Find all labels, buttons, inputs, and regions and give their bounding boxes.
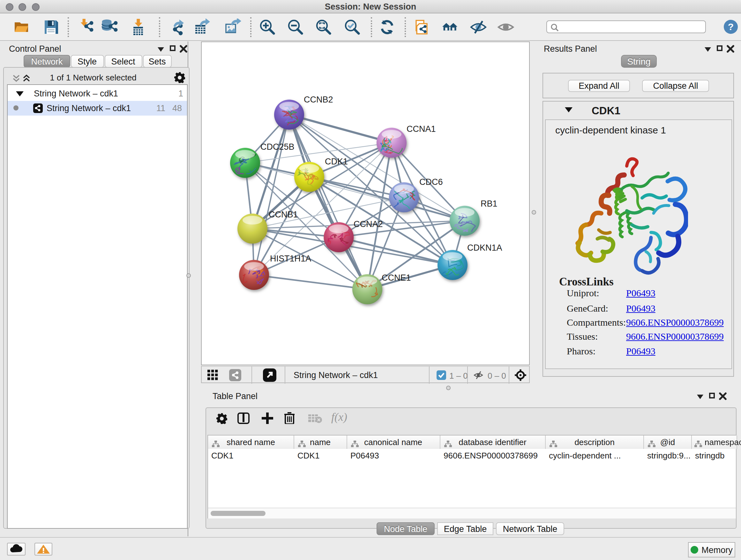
svg-text:HIST1H1A: HIST1H1A [270,254,311,263]
svg-text:CCNA1: CCNA1 [407,124,436,134]
svg-text:CDC6: CDC6 [419,177,443,187]
svg-text:CDK1: CDK1 [325,157,348,166]
svg-text:CCNA2: CCNA2 [354,219,383,229]
svg-text:CCNB1: CCNB1 [269,210,298,219]
svg-text:CDKN1A: CDKN1A [467,243,502,253]
svg-text:CCNE1: CCNE1 [382,273,411,283]
svg-text:CDC25B: CDC25B [260,142,294,152]
svg-text:RB1: RB1 [481,199,497,208]
svg-text:CCNB2: CCNB2 [304,95,333,105]
